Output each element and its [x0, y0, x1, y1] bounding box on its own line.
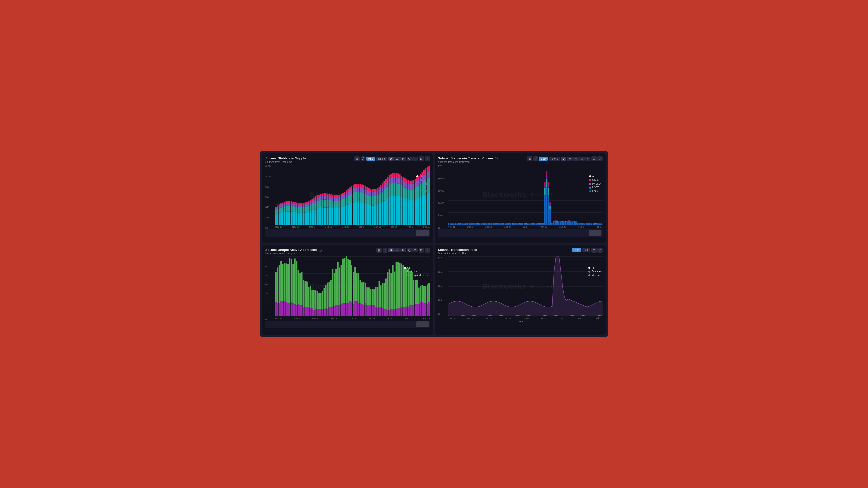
- panel-header-4: Solana: Transaction Fees Does not includ…: [438, 248, 603, 255]
- x-label-4: Date: [438, 320, 603, 323]
- expand-icon-2[interactable]: ⤢: [597, 157, 603, 161]
- time-m-btn-3[interactable]: M: [400, 248, 406, 253]
- time-y-btn-3[interactable]: Y: [412, 248, 417, 253]
- info-icon-3[interactable]: i: [318, 249, 321, 252]
- usd-btn-2[interactable]: USD: [539, 157, 548, 161]
- usd-btn-4[interactable]: USD: [572, 248, 581, 253]
- panel-header-1: Solana: Stablecoin Supply Sourced from D…: [265, 157, 430, 163]
- title-group-2: Solana: Stablecoin Transfer Volume i All…: [438, 157, 498, 163]
- panel-title-3: Solana: Unique Active Addresses i: [265, 248, 321, 252]
- panel-controls-3: ▦ ╱ D W M Q Y ⊡ ⤢: [376, 248, 430, 253]
- line-chart-icon-3[interactable]: ╱: [383, 248, 388, 253]
- y-2b: $2B: [265, 217, 275, 219]
- panel-subtitle-2: All token transfers, unfiltered: [438, 161, 498, 163]
- time-d-btn-3[interactable]: D: [389, 248, 394, 253]
- time-d-btn-2[interactable]: D: [561, 157, 566, 161]
- unique-addresses-panel: Solana: Unique Active Addresses i Not a …: [262, 245, 433, 334]
- panel-controls-1: ▦ ╱ USD Tokens D W M Q Y ⊡ ⤢: [354, 157, 430, 161]
- supply-canvas: [275, 165, 430, 225]
- minimap-handle-1[interactable]: [416, 230, 429, 236]
- y-10b: $10B: [265, 175, 275, 177]
- expand-icon-3[interactable]: ⤢: [425, 248, 430, 253]
- line-chart-icon-1[interactable]: ╱: [361, 157, 365, 161]
- y-axis-2: $1T $800B $600B $400B $200B $0: [438, 165, 447, 229]
- panel-header-2: Solana: Stablecoin Transfer Volume i All…: [438, 157, 603, 163]
- time-m-btn-2[interactable]: M: [573, 157, 579, 161]
- time-q-btn-3[interactable]: Q: [407, 248, 412, 253]
- minimap-handle-3[interactable]: [416, 321, 429, 327]
- share-icon-4[interactable]: ⊡: [591, 248, 596, 253]
- y-axis-1: $12B $10B $8B $6B $4B $2B $0: [265, 165, 275, 229]
- panel-subtitle-1: Sourced from DefiLlama: [265, 161, 306, 163]
- transfer-canvas: [448, 165, 603, 225]
- info-icon-2[interactable]: i: [495, 157, 498, 160]
- expand-icon-1[interactable]: ⤢: [425, 157, 430, 161]
- tokens-btn-1[interactable]: Tokens: [376, 157, 388, 161]
- stablecoin-transfer-panel: Solana: Stablecoin Transfer Volume i All…: [435, 154, 606, 243]
- y-axis-4: $0.4 $0.3 $0.2 $0.1 $0: [438, 256, 447, 315]
- share-icon-1[interactable]: ⊡: [418, 157, 424, 161]
- time-y-btn-1[interactable]: Y: [412, 157, 417, 161]
- y-12b: $12B: [265, 165, 275, 167]
- time-controls-1: D W M Q Y: [389, 157, 417, 161]
- y-4b: $4B: [265, 206, 275, 208]
- panel-title-1: Solana: Stablecoin Supply: [265, 157, 306, 160]
- usd-btn-1[interactable]: USD: [366, 157, 375, 161]
- panel-controls-4: USD SOL ⊡ ⤢: [572, 248, 603, 253]
- bars-wrapper-1: Blockworks Research: [275, 165, 430, 225]
- line-chart-icon-2[interactable]: ╱: [533, 157, 538, 161]
- chart-area-2: All USDS PYUSD USDT USDC: [438, 165, 603, 236]
- y-0: $0: [265, 227, 275, 229]
- minimap-3[interactable]: [265, 321, 430, 328]
- bars-wrapper-2: Blockworks Research: [448, 165, 603, 225]
- time-q-btn-2[interactable]: Q: [579, 157, 585, 161]
- chart-area-3: All First Use Existing Addresses 7M 6M 5…: [265, 256, 430, 328]
- addresses-canvas: [275, 256, 430, 316]
- sol-btn-4[interactable]: SOL: [582, 248, 590, 253]
- title-group-3: Solana: Unique Active Addresses i Not a …: [265, 248, 321, 255]
- bar-chart-icon-1[interactable]: ▦: [354, 157, 360, 161]
- time-w-btn-2[interactable]: W: [567, 157, 572, 161]
- y-8b: $8B: [265, 186, 275, 188]
- tokens-btn-2[interactable]: Tokens: [549, 157, 560, 161]
- dashboard: Solana: Stablecoin Supply Sourced from D…: [260, 151, 608, 337]
- bar-chart-icon-2[interactable]: ▦: [527, 157, 532, 161]
- transaction-fees-panel: Solana: Transaction Fees Does not includ…: [435, 245, 606, 334]
- bar-chart-icon-3[interactable]: ▦: [376, 248, 382, 253]
- panel-title-2: Solana: Stablecoin Transfer Volume i: [438, 157, 498, 160]
- time-y-btn-2[interactable]: Y: [585, 157, 590, 161]
- title-group-4: Solana: Transaction Fees Does not includ…: [438, 248, 477, 255]
- line-wrapper-4: Blockworks Research: [448, 256, 603, 316]
- bars-wrapper-3: Blockworks Research: [275, 256, 430, 316]
- panel-title-4: Solana: Transaction Fees: [438, 248, 477, 252]
- time-m-btn-1[interactable]: M: [400, 157, 406, 161]
- chart-area-1: All USDS PYUSD USDT USDC: [265, 165, 430, 236]
- stablecoin-supply-panel: Solana: Stablecoin Supply Sourced from D…: [262, 154, 433, 243]
- time-d-btn-1[interactable]: D: [389, 157, 394, 161]
- share-icon-2[interactable]: ⊡: [591, 157, 596, 161]
- share-icon-3[interactable]: ⊡: [418, 248, 424, 253]
- minimap-2[interactable]: [438, 229, 603, 236]
- minimap-handle-2[interactable]: [589, 230, 601, 236]
- panel-header-3: Solana: Unique Active Addresses i Not a …: [265, 248, 430, 255]
- x-axis-2: Nov 21 Dec 2 Dec 13 Dec 24 Jan 4 Jan 15 …: [438, 226, 603, 228]
- fees-canvas: [448, 256, 603, 316]
- time-w-btn-3[interactable]: W: [394, 248, 400, 253]
- panel-controls-2: ▦ ╱ USD Tokens D W M Q Y ⊡ ⤢: [527, 157, 603, 161]
- time-controls-2: D W M Q Y: [561, 157, 590, 161]
- y-axis-3: 7M 6M 5M 4M 3M 2M 1M 0: [265, 256, 274, 321]
- time-controls-3: D W M Q Y: [389, 248, 417, 253]
- x-axis-4: Nov 29 Dec 9 Dec 19 Dec 29 Jan 8 Jan 18 …: [438, 317, 603, 320]
- panel-subtitle-3: Not a measure of user growth: [265, 252, 321, 255]
- panel-subtitle-4: Does not include Jito Tips: [438, 252, 477, 255]
- minimap-1[interactable]: [265, 229, 430, 236]
- time-w-btn-1[interactable]: W: [394, 157, 400, 161]
- expand-icon-4[interactable]: ⤢: [597, 248, 603, 253]
- x-axis-3: Nov 21 Dec 2 Dec 13 Dec 24 Jan 4 Jan 15 …: [265, 317, 430, 320]
- time-q-btn-1[interactable]: Q: [407, 157, 412, 161]
- title-group-1: Solana: Stablecoin Supply Sourced from D…: [265, 157, 306, 163]
- chart-area-4: All Average Median $0.4 $0.3 $0.2 $0.1 $…: [438, 256, 603, 323]
- x-axis-1: Nov 19 Nov 29 Dec 9 Dec 19 Dec 29 Jan 8 …: [265, 226, 430, 228]
- y-6b: $6B: [265, 196, 275, 198]
